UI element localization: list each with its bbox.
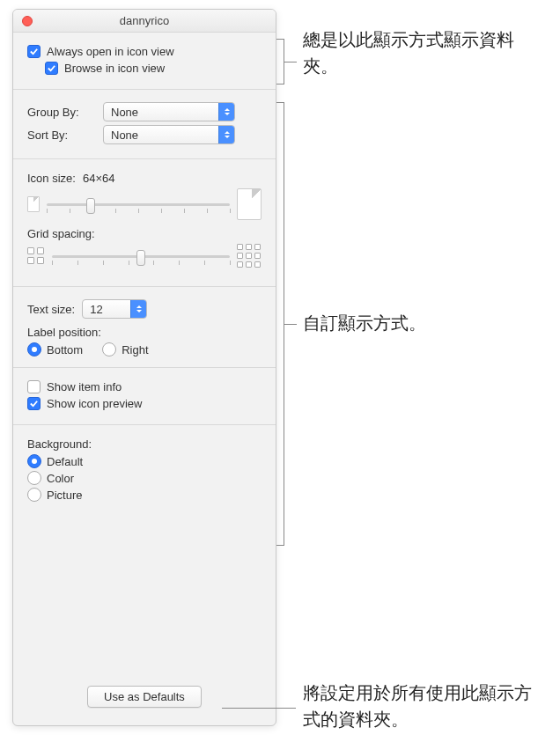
background-color-radio[interactable]	[27, 471, 41, 485]
annotation-customize: 自訂顯示方式。	[303, 310, 426, 336]
label-position-right-text: Right	[122, 343, 148, 356]
window-title: dannyrico	[13, 14, 276, 27]
show-item-info-checkbox[interactable]	[27, 380, 41, 393]
background-default-text: Default	[47, 455, 83, 468]
titlebar: dannyrico	[13, 10, 276, 33]
background-label: Background:	[27, 437, 92, 451]
document-large-icon	[237, 188, 262, 220]
section-background: Background: Default Color Picture	[13, 425, 276, 515]
annotation-always-open: 總是以此顯示方式顯示資料夾。	[303, 26, 532, 79]
section-always-open: Always open in icon view Browse in icon …	[13, 33, 276, 90]
chevron-updown-icon	[218, 103, 234, 121]
browse-icon-label: Browse in icon view	[64, 62, 165, 75]
section-show: Show item info Show icon preview	[13, 368, 276, 425]
chevron-updown-icon	[130, 300, 146, 318]
sort-by-value: None	[111, 129, 138, 142]
icon-size-slider-row	[27, 188, 262, 220]
callout-line	[284, 324, 297, 325]
background-color-text: Color	[47, 472, 74, 485]
always-open-checkbox[interactable]	[27, 45, 41, 58]
browse-icon-checkbox[interactable]	[45, 62, 58, 75]
view-options-window: dannyrico Always open in icon view Brows…	[12, 9, 276, 726]
show-icon-preview-label: Show icon preview	[47, 397, 142, 410]
sort-by-label: Sort By:	[27, 129, 103, 142]
grid-spacing-slider-row	[27, 244, 262, 268]
grid-tight-icon	[27, 247, 45, 265]
icon-size-label: Icon size:	[27, 172, 76, 185]
grid-spacing-slider[interactable]	[52, 247, 230, 265]
sort-by-select[interactable]: None	[103, 125, 235, 144]
group-by-label: Group By:	[27, 106, 103, 119]
text-size-label: Text size:	[27, 303, 75, 316]
text-size-value: 12	[90, 303, 102, 316]
group-by-select[interactable]: None	[103, 102, 235, 121]
text-size-select[interactable]: 12	[82, 299, 147, 319]
callout-line	[284, 62, 297, 62]
background-default-radio[interactable]	[27, 454, 41, 468]
label-position-right-radio[interactable]	[102, 342, 116, 356]
grid-spacing-label: Grid spacing:	[27, 227, 95, 240]
section-grouping: Group By: None Sort By: None	[13, 90, 276, 159]
annotation-defaults: 將設定用於所有使用此顯示方式的資料夾。	[303, 680, 541, 732]
icon-size-value: 64×64	[83, 172, 115, 185]
label-position-bottom-text: Bottom	[47, 343, 83, 356]
defaults-row: Use as Defaults	[13, 686, 276, 725]
background-picture-text: Picture	[47, 489, 82, 502]
use-as-defaults-button[interactable]: Use as Defaults	[87, 686, 202, 708]
slider-thumb[interactable]	[86, 198, 95, 214]
show-icon-preview-checkbox[interactable]	[27, 397, 41, 410]
document-small-icon	[27, 196, 40, 212]
section-text: Text size: 12 Label position: Bottom Rig…	[13, 287, 276, 368]
group-by-value: None	[111, 106, 138, 119]
grid-loose-icon	[237, 244, 262, 268]
callout-line	[222, 708, 296, 709]
icon-size-slider[interactable]	[47, 195, 230, 213]
label-position-label: Label position:	[27, 326, 101, 339]
always-open-label: Always open in icon view	[47, 45, 174, 58]
slider-thumb[interactable]	[136, 250, 145, 266]
show-item-info-label: Show item info	[47, 380, 122, 393]
label-position-bottom-radio[interactable]	[27, 342, 41, 356]
background-picture-radio[interactable]	[27, 488, 41, 502]
section-icon-size: Icon size: 64×64 Grid spacing:	[13, 159, 276, 287]
chevron-updown-icon	[218, 126, 234, 143]
